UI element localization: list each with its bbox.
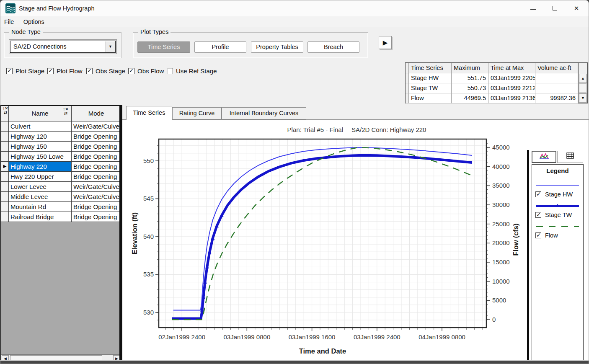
node-mode-cell[interactable]: Bridge Opening (72, 162, 121, 172)
summary-cell[interactable]: 03Jan1999 2136 (488, 93, 535, 103)
legend-chart-view-button[interactable] (532, 151, 556, 163)
summary-cell[interactable]: Flow (409, 93, 452, 103)
close-button[interactable]: ✕ (567, 0, 586, 16)
chart-panel: Time Series Rating Curve Internal Bounda… (122, 105, 589, 361)
node-mode-cell[interactable]: Bridge Opening (72, 202, 121, 212)
table-row[interactable]: Highway 120Bridge Opening (1, 132, 121, 142)
menu-bar: File Options (0, 16, 589, 28)
table-row[interactable]: Lower LeveeWeir/Gate/Culve (1, 182, 121, 192)
table-icon (566, 152, 574, 159)
summary-cell[interactable]: 550.73 (452, 83, 488, 93)
summary-cell[interactable]: 551.75 (452, 73, 488, 83)
row-marker: ▶ (1, 162, 9, 172)
summary-cell[interactable]: 44969.5 (452, 93, 488, 103)
table-row[interactable]: CulvertWeir/Gate/Culve (1, 121, 121, 132)
node-col-name[interactable]: Name ↑✕⇄ (9, 106, 72, 121)
panel-splitter[interactable] (119, 105, 122, 361)
svg-text:04Jan1999 0800: 04Jan1999 0800 (418, 333, 465, 341)
table-row[interactable]: ▶Highway 220Bridge Opening (1, 162, 121, 172)
node-mode-cell[interactable]: Bridge Opening (72, 152, 121, 162)
legend-label: Stage TW (545, 212, 572, 218)
table-row[interactable]: Highway 150Bridge Opening (1, 142, 121, 152)
node-col-mode[interactable]: Mode (72, 106, 121, 121)
node-name-cell[interactable]: Highway 150 Lowe (9, 152, 72, 162)
node-name-cell[interactable]: Lower Levee (9, 182, 72, 192)
legend-checkbox[interactable]: ✓ (535, 232, 541, 238)
legend-table-view-button[interactable] (557, 151, 583, 163)
node-name-cell[interactable]: Hwy 220 Upper (9, 172, 72, 182)
maximize-button[interactable] (545, 0, 564, 16)
hydrograph-plot[interactable]: 02Jan1999 240003Jan1999 080003Jan1999 16… (124, 121, 526, 361)
menu-file[interactable]: File (0, 16, 18, 28)
summary-table: Time Series Maximum Time at Max Volume a… (405, 62, 588, 103)
node-mode-cell[interactable]: Weir/Gate/Culve (72, 182, 121, 192)
summary-gutter (406, 63, 409, 73)
plot-type-profile-button[interactable]: Profile (194, 41, 246, 53)
tab-rating-curve[interactable]: Rating Curve (172, 107, 222, 119)
svg-text:Time and Date: Time and Date (299, 347, 346, 355)
node-name-cell[interactable]: Mountain Rd (9, 202, 72, 212)
node-mode-cell[interactable]: Bridge Opening (72, 132, 121, 142)
table-row[interactable]: Railroad BridgeBridge Opening (1, 212, 121, 222)
obs-stage-checkbox[interactable]: ✓Obs Stage (86, 67, 125, 75)
chevron-down-icon[interactable]: ▼ (106, 41, 115, 52)
summary-cell[interactable] (406, 83, 409, 93)
row-marker (1, 212, 9, 222)
summary-scroll-thumb[interactable] (579, 83, 587, 93)
svg-text:5000: 5000 (492, 297, 506, 304)
summary-scrollbar[interactable]: ▲ ▼ (578, 63, 587, 103)
plot-type-breach-button[interactable]: Breach (307, 41, 359, 53)
node-mode-cell[interactable]: Bridge Opening (72, 142, 121, 152)
tab-internal-boundary-curves[interactable]: Internal Boundary Curves (222, 107, 306, 119)
summary-cell[interactable] (535, 83, 578, 93)
summary-cell[interactable] (406, 73, 409, 83)
scroll-down-icon[interactable]: ▼ (579, 93, 587, 103)
use-ref-stage-checkbox[interactable]: ✓Use Ref Stage (167, 67, 217, 75)
window-title: Stage and Flow Hydrograph (19, 0, 95, 16)
menu-options[interactable]: Options (20, 16, 48, 28)
plot-types-group: Plot Types Time Series Profile Property … (133, 32, 368, 58)
summary-cell[interactable]: Stage HW (409, 73, 452, 83)
node-name-cell[interactable]: Railroad Bridge (9, 212, 72, 222)
summary-cell[interactable]: 99982.36 (535, 93, 578, 103)
maximize-icon (553, 6, 557, 10)
node-type-dropdown[interactable]: SA/2D Connections ▼ (10, 41, 116, 53)
svg-text:SA/2D Conn: Highway 220: SA/2D Conn: Highway 220 (351, 126, 426, 133)
node-mode-cell[interactable]: Weir/Gate/Culve (72, 121, 121, 132)
node-name-cell[interactable]: Highway 150 (9, 142, 72, 152)
node-name-cell[interactable]: Highway 120 (9, 132, 72, 142)
scroll-up-icon[interactable]: ▲ (579, 74, 587, 83)
legend-line-sample (536, 184, 579, 187)
animate-button[interactable]: ▶ (379, 36, 392, 49)
table-row[interactable]: Hwy 220 UpperBridge Opening (1, 172, 121, 182)
node-name-cell[interactable]: Culvert (9, 121, 72, 132)
summary-cell[interactable] (406, 93, 409, 103)
node-mode-cell[interactable]: Weir/Gate/Culve (72, 192, 121, 202)
obs-flow-checkbox[interactable]: ✓Obs Flow (128, 67, 164, 75)
minimize-button[interactable] (523, 0, 542, 16)
table-row[interactable]: Mountain RdBridge Opening (1, 202, 121, 212)
sort-icon[interactable]: ↑✕⇄ (61, 107, 70, 116)
plot-stage-checkbox[interactable]: ✓Plot Stage (6, 67, 44, 75)
node-mode-cell[interactable]: Bridge Opening (72, 172, 121, 182)
svg-text:25000: 25000 (492, 220, 510, 227)
plot-types-label: Plot Types (138, 28, 170, 35)
summary-cell[interactable]: Stage TW (409, 83, 452, 93)
legend-checkbox[interactable]: ✓ (535, 191, 541, 197)
summary-cell[interactable]: 03Jan1999 2205 (488, 73, 535, 83)
plot-type-property-tables-button[interactable]: Property Tables (251, 41, 303, 53)
node-name-cell[interactable]: Highway 220 (9, 162, 72, 172)
tab-time-series[interactable]: Time Series (126, 106, 172, 120)
plot-flow-checkbox[interactable]: ✓Plot Flow (47, 67, 83, 75)
node-mode-cell[interactable]: Bridge Opening (72, 212, 121, 222)
summary-cell[interactable] (535, 73, 578, 83)
node-name-cell[interactable]: Middle Levee (9, 192, 72, 202)
legend-splitter[interactable] (527, 150, 529, 364)
view-tabs: Time Series Rating Curve Internal Bounda… (122, 106, 589, 119)
summary-cell[interactable]: 03Jan1999 2212 (488, 83, 535, 93)
table-row[interactable]: Highway 150 LoweBridge Opening (1, 152, 121, 162)
plot-type-time-series-button[interactable]: Time Series (137, 41, 190, 53)
svg-text:03Jan1999 0800: 03Jan1999 0800 (223, 333, 270, 341)
legend-checkbox[interactable]: ✓ (535, 212, 541, 218)
table-row[interactable]: Middle LeveeWeir/Gate/Culve (1, 192, 121, 202)
